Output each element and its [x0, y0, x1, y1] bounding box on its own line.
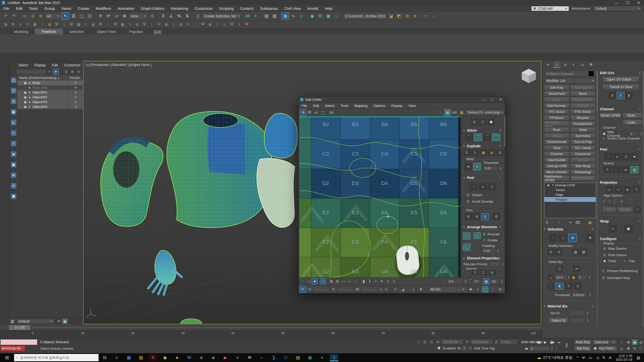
explorer-pin-icon[interactable]: ▣ — [62, 319, 67, 324]
stitch-target-icon[interactable]: ⌒ — [492, 133, 500, 141]
modifier-button-shell[interactable]: Shell — [570, 127, 595, 132]
object-name[interactable]: Object001 — [31, 90, 68, 94]
app-black-icon[interactable]: ● — [257, 354, 266, 361]
render-preset-4-icon[interactable]: ⧈ — [411, 12, 419, 20]
remove-modifier-icon[interactable]: ⌦ — [575, 220, 581, 225]
modifier-button-ffd-4x4x4[interactable]: FFD 4x4x4 — [570, 109, 595, 114]
material-editor-icon[interactable]: ◉ — [308, 12, 316, 20]
spinner-snap-icon[interactable]: ⇅ — [183, 12, 191, 20]
ribbon-toggle-icon[interactable]: ▦ — [281, 12, 289, 20]
uv-rotate-icon[interactable]: ⟳ — [306, 109, 313, 116]
select-id-field[interactable] — [570, 318, 585, 323]
track-bar[interactable]: 0102030405060708090100 — [0, 330, 542, 338]
explorer-refresh-icon[interactable]: ⟲ — [56, 319, 61, 324]
uv-zoom-icon[interactable]: ⌕ — [475, 286, 481, 292]
lock-explorer-icon[interactable]: ⚿ — [64, 69, 69, 74]
select-by-smoothing-icon[interactable]: ▦ — [570, 274, 577, 280]
frozen-toggle-icon[interactable]: ❄ — [68, 95, 83, 100]
sel-element-icon[interactable]: ❖ — [586, 234, 594, 242]
menu-views[interactable]: Views — [58, 6, 75, 11]
keyable-icon[interactable]: ⚉ — [593, 346, 598, 351]
go-to-start-icon[interactable]: ⏮ — [528, 340, 534, 345]
pack-normalize-icon[interactable]: ⬚ — [463, 233, 470, 240]
peel-seams-checkbox[interactable]: ✓ — [603, 253, 607, 257]
unlink-selection-icon[interactable]: ⊘ — [29, 12, 36, 20]
align-z-button[interactable]: Z — [613, 198, 617, 204]
reference-coordinate-dropdown[interactable]: View▼ — [129, 13, 148, 19]
uv-filter-selected-icon[interactable]: ◢ — [400, 286, 406, 292]
hair-tool-icon-13[interactable]: ψ — [90, 21, 97, 28]
detach-checkbox[interactable]: ✓ — [466, 193, 470, 197]
peel-reset-icon[interactable]: ↺ — [488, 183, 496, 191]
tray-mic-icon[interactable]: Ψ — [582, 355, 585, 360]
object-name-field[interactable]: 5 Objects Selected — [545, 71, 587, 76]
tray-volume-icon[interactable]: ◁ — [596, 355, 599, 360]
explorer-menu-edit[interactable]: Edit — [49, 63, 60, 67]
group-select-icon[interactable]: ⧉ — [488, 269, 496, 276]
modifier-button-edit-normals[interactable]: Edit Normals — [544, 103, 569, 108]
scene-object-row[interactable]: ┄◉●Object004❄ — [17, 104, 83, 109]
menu-customize[interactable]: Customize — [191, 6, 216, 11]
macro-recorder-line[interactable] — [1, 339, 37, 345]
uv-paint-grow-icon[interactable]: ⊕ — [385, 278, 391, 284]
pin-gray-icon[interactable]: ◈ — [209, 354, 218, 361]
reshape-relax-icon[interactable]: ⬡ — [479, 118, 487, 125]
frame-step-icon[interactable]: ◀▶ — [525, 346, 528, 351]
hair-tool-icon-24[interactable]: ⌇ — [170, 21, 177, 28]
explorer-search-input[interactable] — [16, 69, 46, 74]
render-preset-3-icon[interactable]: ⧉ — [403, 12, 411, 20]
hair-tool-icon-30[interactable]: ⌇ — [214, 21, 221, 28]
shrink-selection-icon[interactable]: ⊟ — [555, 249, 562, 255]
explode-rollout-header[interactable]: ▼Explode⠿ — [463, 144, 503, 148]
extra-tool-icon[interactable]: ＋ — [430, 12, 438, 20]
display-filter-icon-12[interactable]: ⬟ — [11, 194, 16, 199]
modifier-button-push[interactable]: Push — [544, 127, 569, 132]
hair-tool-icon-16[interactable]: Ψ — [112, 21, 118, 28]
tweak-in-view-button[interactable]: Tweak In View — [602, 84, 639, 90]
selection-rollout-header[interactable]: ▼Selection⠿ — [544, 227, 595, 231]
frozen-toggle-icon[interactable]: ❄ — [68, 90, 83, 95]
uv-falloff-curve-icon[interactable]: ⌒ — [467, 278, 473, 284]
use-pivot-center-icon[interactable]: ⊙ — [148, 12, 156, 20]
uv-pan-icon[interactable]: ✥ — [468, 286, 474, 292]
uvw-minimize-button[interactable]: — — [479, 97, 488, 103]
ribbon-tab-freeform[interactable]: Freeform — [35, 29, 63, 34]
scene-object-row[interactable]: ┄●●Face_Edit❄ — [17, 85, 83, 90]
configure-modifier-sets-icon[interactable]: ▦ — [587, 220, 593, 225]
twitter-icon[interactable]: ❯ — [269, 354, 278, 361]
modifier-button-opensubdiv[interactable]: OpenSubdiv — [544, 157, 569, 163]
adobe-app-icon[interactable]: X — [149, 354, 157, 361]
display-filter-icon-8[interactable]: ◈ — [11, 151, 16, 157]
uvw-menu-tools[interactable]: Tools — [338, 103, 352, 108]
viewcube[interactable] — [522, 69, 536, 83]
edit-uvs-rollout-header[interactable]: Edit UVs⠿ — [600, 71, 642, 75]
padding-field[interactable]: 0.02 — [482, 248, 495, 253]
uv-zoom-extents-icon[interactable]: ⛶ — [490, 286, 496, 292]
edit-seams-icon[interactable]: ✎ — [603, 166, 611, 173]
maximize-viewport-toggle-icon[interactable]: ⛶ — [638, 346, 644, 351]
explode-by-material-icon[interactable]: ◍ — [488, 149, 495, 156]
select-place-icon[interactable]: ⊕ — [121, 12, 128, 20]
weld-selected-icon[interactable]: ⚮ — [465, 163, 472, 170]
file-explorer-icon[interactable]: ▤ — [137, 354, 145, 361]
app-yellow-icon[interactable]: ● — [173, 354, 181, 361]
modifier-button-turbosmooth[interactable]: TurboSmooth — [544, 139, 569, 145]
hair-tool-icon-5[interactable]: ψ — [32, 21, 38, 28]
ribbon-tab-object-paint[interactable]: Object Paint — [90, 29, 123, 34]
uvw-title-bar[interactable]: 3 Edit UVWs — □ ✕ — [299, 97, 505, 103]
key-filters-button[interactable]: Key Filters... — [599, 346, 617, 351]
avoid-overlap-checkbox[interactable]: ✓ — [466, 200, 470, 203]
garment-sleeve[interactable] — [264, 113, 297, 158]
menu-arnold[interactable]: Arnold — [304, 6, 321, 11]
menu-rendering[interactable]: Rendering — [168, 6, 191, 11]
uv-freeform-icon[interactable]: ⬚ — [319, 109, 326, 116]
render-setup-icon[interactable]: ⚙ — [316, 12, 324, 20]
hair-tool-icon-9[interactable]: ⌇ — [61, 21, 67, 28]
hair-tool-icon-11[interactable]: ψ — [75, 21, 82, 28]
quick-peel-mode-icon[interactable]: ⬆ — [609, 92, 616, 99]
select-move-icon[interactable]: ✛ — [97, 12, 104, 20]
axis-x-button[interactable]: X — [555, 283, 564, 289]
pelt-map-icon[interactable]: ★ — [630, 153, 638, 160]
uv-texture-dropdown[interactable]: Texture Ch...ecker.png)▼ — [466, 110, 503, 115]
modifier-button-retopology[interactable]: Retopology — [570, 169, 595, 175]
